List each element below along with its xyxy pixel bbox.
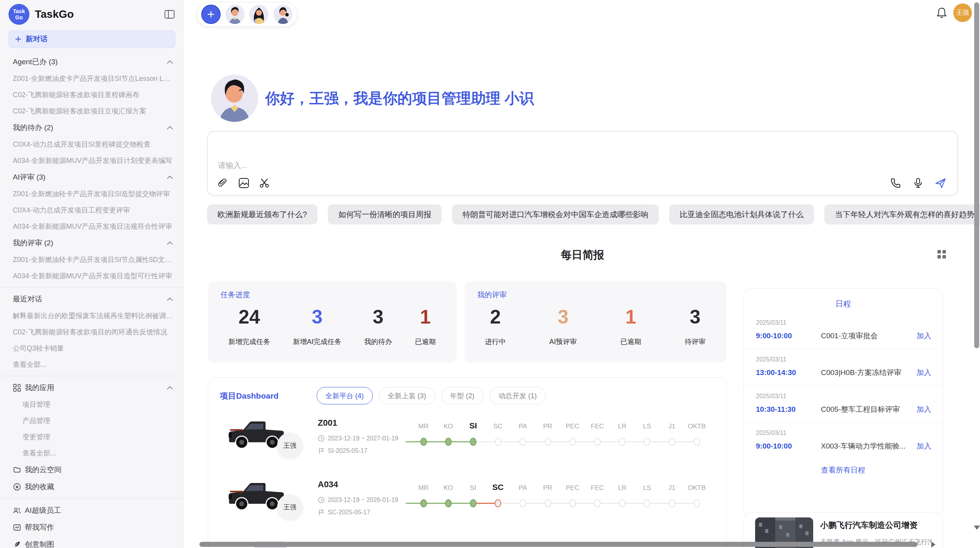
main-area: 王强 你好，王强，我是你的项目管理助理 小识 请输入... [183,0,980,548]
sidebar-group-header[interactable]: 最近对话 [0,291,183,308]
card-title: 任务进度 [221,290,441,300]
dashboard-header: 项目Dashboard 全新平台 (4) 全新上装 (3) 年型 (2) 动总开… [220,387,546,404]
schedule-event-join-link[interactable]: 加入 [917,441,931,451]
sidebar-collapse-button[interactable] [164,9,175,20]
dashboard-filter-chip[interactable]: 动总开发 (1) [490,387,546,404]
project-row[interactable]: 王强 A034 2023-12-19 ~ 2026-01-19 SC-2025-… [208,472,726,528]
schedule-event-title: C003|H0B-方案冻结评审 [821,368,917,378]
attachment-icon[interactable] [217,177,229,189]
sidebar-item[interactable]: C02-飞腾新能源轻客改款项目立项汇报方案 [0,103,183,119]
scissors-icon[interactable] [259,177,271,189]
sidebar-item[interactable]: Z001-全新燃油皮卡产品开发项目SI节点Lesson Learn报告 [0,70,183,87]
sidebar-item[interactable]: 查看全部... [0,356,183,373]
scroll-down-arrow-icon[interactable] [974,526,980,530]
user-avatar[interactable]: 王强 [953,3,972,22]
schedule-event-join-link[interactable]: 加入 [917,404,931,414]
sidebar-item[interactable]: 公司Q3轻卡销量 [0,340,183,356]
schedule-list: 2025/03/11 9:00-10:00 C001-立项审批会 加入 2025… [744,312,943,459]
stat-label: 待评审 [685,337,706,346]
sidebar-item[interactable]: 解释最新出台的欧盟报废车法规再生塑料比例被调至15%... [0,308,183,324]
milestone-dot-ls [644,438,650,446]
sidebar-item[interactable]: Z001-全新燃油轻卡产品开发项目SI节点属性5D文件评审 [0,252,183,268]
sidebar-group-header[interactable]: 我的评审 (2) [0,235,183,252]
project-row[interactable]: 王强 Z001 2023-12-19 ~ 2027-01-19 SI-2025-… [208,410,726,466]
creative-draw-label: 创意制图 [25,539,54,548]
new-chat-button[interactable]: 新对话 [9,30,175,48]
scroll-right-arrow-icon[interactable] [931,541,935,548]
stat-label: 进行中 [485,337,506,346]
sidebar-group: 我的待办 (2) C0X4-动力总成开发项目SI里程碑提交物检查 A034-全新… [0,119,183,169]
milestone-dot-lr [619,438,625,446]
sidebar-item[interactable]: Z001-全新燃油轻卡产品开发项目SI造型提交物评审 [0,186,183,202]
sidebar-item-creative-draw[interactable]: 创意制图 [0,536,183,548]
microphone-icon[interactable] [912,177,924,189]
schedule-event-join-link[interactable]: 加入 [917,331,931,341]
sidebar-item[interactable]: C0X4-动力总成开发项目工程变更评审 [0,202,183,218]
my-apps-subitem[interactable]: 产品管理 [0,413,183,429]
dashboard-filter-chip[interactable]: 年型 (2) [441,387,483,404]
suggestion-chip[interactable]: 特朗普可能对进口汽车增税会对中国车企造成哪些影响 [452,204,659,224]
sidebar-group-items: Z001-全新燃油皮卡产品开发项目SI节点Lesson Learn报告 C02-… [0,70,183,119]
schedule-event-join-link[interactable]: 加入 [917,368,931,378]
milestone-dot-si [470,499,476,507]
sidebar-item[interactable]: C02-飞腾新能源轻客改款项目的闭环通告反馈情况 [0,324,183,340]
milestone-dot-ls [644,499,650,507]
sidebar-group-header[interactable]: 我的待办 (2) [0,119,183,136]
suggestion-chip[interactable]: 当下年轻人对汽车外观有怎样的喜好趋势 [824,204,980,224]
sidebar-item-cloud-space[interactable]: 我的云空间 [0,461,183,478]
milestone-label-oktb: OKTB [684,484,709,492]
owner-name: 王强 [283,503,296,512]
milestone-dot-oktb [694,438,700,446]
view-all-schedule-link[interactable]: 查看所有日程 [744,465,943,475]
assistant-avatar-icon[interactable] [225,5,245,24]
dashboard-filter-chip[interactable]: 全新上装 (3) [379,387,435,404]
my-apps-subitem[interactable]: 查看全部... [0,445,183,461]
sidebar-group-header[interactable]: AI评审 (3) [0,169,183,186]
milestone-dot-pec [569,438,576,446]
project-flag-date: SC-2025-05-17 [318,509,370,516]
assistant-avatar-icon[interactable] [249,5,269,24]
sidebar-item-ai-staff[interactable]: AI超级员工 [0,502,183,519]
milestone-label-pec: PEC [560,484,585,492]
sidebar-group-title: 最近对话 [13,294,42,304]
cloud-folder-icon [13,466,21,474]
schedule-event: 2025/03/11 9:00-10:00 C001-立项审批会 加入 [744,312,943,349]
milestone-connector [548,441,572,442]
sidebar-groups: Agent已办 (3) Z001-全新燃油皮卡产品开发项目SI节点Lesson … [0,53,183,373]
suggestion-chip[interactable]: 比亚迪全固态电池计划具体说了什么 [669,204,814,224]
assistant-avatar-icon[interactable] [273,5,293,24]
send-icon[interactable] [935,177,946,189]
sidebar-item[interactable]: A034-全新新能源MUV产品开发项目造型可行性评审 [0,268,183,284]
my-apps-subitem[interactable]: 项目管理 [0,396,183,413]
layout-grid-icon[interactable] [937,249,947,259]
chat-composer[interactable]: 请输入... [207,131,958,196]
sidebar-item-my-apps[interactable]: 我的应用 [0,379,183,396]
image-icon[interactable] [238,177,250,189]
dashboard-filter-chip[interactable]: 全新平台 (4) [317,387,373,404]
stat-label: 已逾期 [620,337,641,346]
suggestion-chip[interactable]: 如何写一份清晰的项目周报 [328,204,442,224]
milestone-dot-si [470,438,476,446]
stats-row: 24 新增完成任务 3 新增AI完成任务 3 我的待办 1 已逾期 [221,306,441,346]
sidebar-group-header[interactable]: Agent已办 (3) [0,53,183,70]
suggestion-chip[interactable]: 欧洲新规最近颁布了什么? [207,204,317,224]
notification-bell-icon[interactable] [936,7,947,19]
sidebar-item[interactable]: C02-飞腾新能源轻客改款项目里程碑画布 [0,87,183,103]
new-session-button[interactable] [201,5,221,24]
schedule-event: 2025/03/11 13:00-14:30 C003|H0B-方案冻结评审 加… [744,349,943,386]
horizontal-scrollbar[interactable] [199,542,918,547]
sidebar-item[interactable]: A034-全新新能源MUV产品开发项目法规符合性评审 [0,218,183,235]
phone-call-icon[interactable] [890,177,901,189]
stats-row: 2 进行中 3 AI预评审 1 已逾期 3 待评审 [477,306,711,346]
milestone-connector [572,441,597,442]
my-apps-subitem[interactable]: 变更管理 [0,429,183,445]
milestone-connector [622,441,647,442]
milestone-label-pec: PEC [560,423,585,430]
sidebar-item[interactable]: A034-全新新能源MUV产品开发项目计划变更表编写 [0,152,183,169]
sidebar-item-help-write[interactable]: 帮我写作 [0,519,183,536]
sidebar-item[interactable]: C0X4-动力总成开发项目SI里程碑提交物检查 [0,136,183,152]
sidebar-item-favorites[interactable]: 我的收藏 [0,478,183,495]
vertical-scrollbar[interactable] [974,2,979,348]
dashboard-title: 项目Dashboard [220,390,279,401]
sidebar-group-items: Z001-全新燃油轻卡产品开发项目SI造型提交物评审 C0X4-动力总成开发项目… [0,186,183,235]
